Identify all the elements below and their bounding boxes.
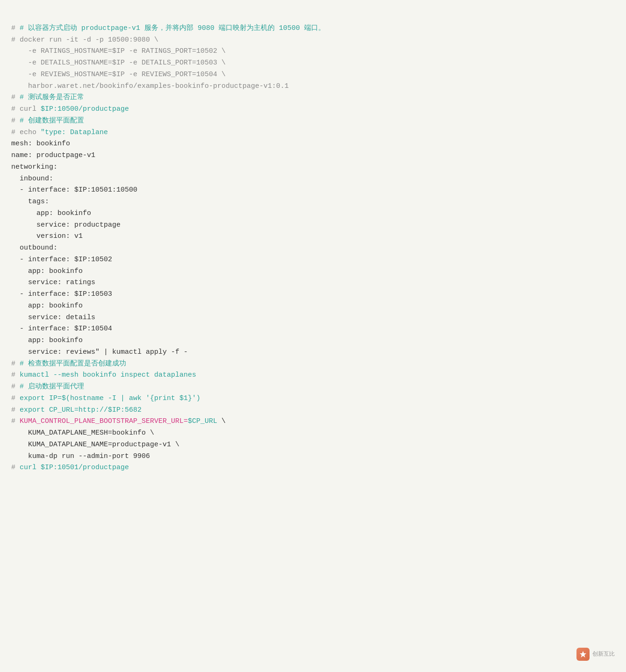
line-19: version: v1 — [11, 232, 83, 240]
line-11: mesh: bookinfo — [11, 140, 70, 148]
line-3: -e RATINGS_HOSTNAME=$IP -e RATINGS_PORT=… — [11, 47, 226, 55]
line-29: service: reviews" | kumactl apply -f - — [11, 348, 188, 356]
line-30: # # 检查数据平面配置是否创建成功 — [11, 360, 126, 368]
line-33: # export IP=$(hostname -I | awk '{print … — [11, 394, 200, 402]
line-23: service: ratings — [11, 279, 95, 286]
line-1: # # 以容器方式启动 productpage-v1 服务，并将内部 9080 … — [11, 24, 325, 32]
line-15: - interface: $IP:10501:10500 — [11, 186, 137, 194]
line-32: # # 启动数据平面代理 — [11, 383, 84, 391]
line-34: # export CP_URL=http://$IP:5682 — [11, 406, 142, 414]
watermark: 创新互比 — [576, 648, 615, 661]
code-block: # # 以容器方式启动 productpage-v1 服务，并将内部 9080 … — [11, 11, 611, 486]
line-38: kuma-dp run --admin-port 9906 — [11, 452, 150, 460]
line-21: - interface: $IP:10502 — [11, 256, 112, 264]
line-22: app: bookinfo — [11, 267, 83, 275]
line-20: outbound: — [11, 244, 57, 252]
line-27: - interface: $IP:10504 — [11, 325, 112, 333]
line-39: # curl $IP:10501/productpage — [11, 464, 129, 472]
line-25: app: bookinfo — [11, 302, 83, 310]
line-36: KUMA_DATAPLANE_MESH=bookinfo \ — [11, 429, 154, 437]
line-4: -e DETAILS_HOSTNAME=$IP -e DETAILS_PORT=… — [11, 59, 226, 67]
line-37: KUMA_DATAPLANE_NAME=productpage-v1 \ — [11, 441, 179, 449]
line-6: harbor.waret.net/bookinfo/examples-booki… — [11, 82, 289, 90]
line-26: service: details — [11, 314, 95, 322]
line-35: # KUMA_CONTROL_PLANE_BOOTSTRAP_SERVER_UR… — [11, 417, 226, 425]
line-12: name: productpage-v1 — [11, 151, 95, 159]
line-24: - interface: $IP:10503 — [11, 290, 112, 298]
line-17: app: bookinfo — [11, 209, 91, 217]
line-2: # docker run -it -d -p 10500:9080 \ — [11, 36, 158, 44]
line-5: -e REVIEWS_HOSTNAME=$IP -e REVIEWS_PORT=… — [11, 71, 226, 79]
watermark-label: 创新互比 — [592, 650, 615, 658]
code-container: # # 以容器方式启动 productpage-v1 服务，并将内部 9080 … — [0, 0, 626, 672]
line-8: # curl $IP:10500/productpage — [11, 105, 129, 113]
line-10: # echo "type: Dataplane — [11, 129, 108, 136]
line-31: # kumactl --mesh bookinfo inspect datapl… — [11, 371, 196, 379]
line-18: service: productpage — [11, 221, 121, 229]
line-13: networking: — [11, 163, 57, 171]
watermark-icon — [576, 648, 590, 661]
line-9: # # 创建数据平面配置 — [11, 117, 84, 125]
line-14: inbound: — [11, 175, 53, 183]
line-16: tags: — [11, 198, 49, 206]
line-28: app: bookinfo — [11, 336, 83, 344]
line-7: # # 测试服务是否正常 — [11, 93, 84, 101]
